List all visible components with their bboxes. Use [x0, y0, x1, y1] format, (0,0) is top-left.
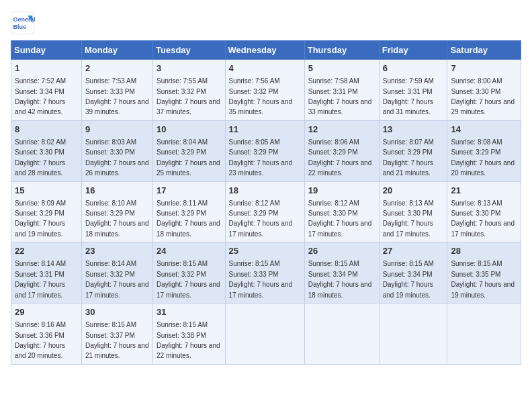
sunrise-info: Sunrise: 7:56 AM [229, 77, 280, 85]
sunrise-info: Sunrise: 8:09 AM [15, 199, 66, 207]
calendar-cell: 26Sunrise: 8:15 AMSunset: 3:34 PMDayligh… [304, 242, 379, 304]
sunrise-info: Sunrise: 8:15 AM [383, 260, 434, 267]
day-number: 9 [85, 124, 149, 136]
sunset-info: Sunset: 3:37 PM [85, 332, 135, 339]
sunset-info: Sunset: 3:32 PM [229, 88, 279, 95]
sunrise-info: Sunrise: 8:15 AM [85, 321, 136, 328]
sunrise-info: Sunrise: 8:00 AM [451, 77, 502, 85]
day-number: 18 [229, 185, 301, 197]
sunset-info: Sunset: 3:38 PM [157, 332, 206, 339]
sunrise-info: Sunrise: 8:04 AM [157, 138, 208, 146]
sunset-info: Sunset: 3:32 PM [85, 271, 135, 278]
sunrise-info: Sunrise: 8:12 AM [308, 199, 359, 207]
daylight-info: Daylight: 7 hours and 19 minutes. [15, 220, 65, 237]
sunrise-info: Sunrise: 8:13 AM [451, 199, 502, 207]
day-number: 13 [383, 124, 444, 136]
daylight-info: Daylight: 7 hours and 20 minutes. [451, 159, 515, 177]
daylight-info: Daylight: 7 hours and 17 minutes. [451, 220, 515, 237]
calendar-cell: 25Sunrise: 8:15 AMSunset: 3:33 PMDayligh… [225, 242, 304, 304]
calendar-week-row: 8Sunrise: 8:02 AMSunset: 3:30 PMDaylight… [11, 120, 521, 181]
calendar-cell: 23Sunrise: 8:14 AMSunset: 3:32 PMDayligh… [81, 242, 152, 304]
daylight-info: Daylight: 7 hours and 18 minutes. [157, 220, 220, 237]
sunrise-info: Sunrise: 8:07 AM [383, 138, 434, 146]
daylight-info: Daylight: 7 hours and 18 minutes. [308, 281, 372, 298]
day-number: 31 [157, 306, 221, 318]
sunset-info: Sunset: 3:30 PM [85, 148, 135, 156]
sunrise-info: Sunrise: 8:16 AM [15, 321, 66, 328]
calendar-cell: 17Sunrise: 8:11 AMSunset: 3:29 PMDayligh… [153, 181, 225, 242]
logo: General Blue [11, 11, 35, 35]
calendar-cell: 6Sunrise: 7:59 AMSunset: 3:31 PMDaylight… [379, 60, 447, 121]
day-number: 8 [15, 124, 78, 136]
daylight-info: Daylight: 7 hours and 22 minutes. [157, 342, 220, 359]
daylight-info: Daylight: 7 hours and 23 minutes. [229, 159, 293, 177]
day-number: 6 [383, 62, 444, 75]
calendar-table: SundayMondayTuesdayWednesdayThursdayFrid… [11, 40, 521, 365]
daylight-info: Daylight: 7 hours and 19 minutes. [383, 281, 433, 298]
calendar-cell: 1Sunrise: 7:52 AMSunset: 3:34 PMDaylight… [11, 60, 82, 121]
day-number: 29 [15, 306, 78, 318]
calendar-cell [304, 304, 379, 365]
calendar-cell: 8Sunrise: 8:02 AMSunset: 3:30 PMDaylight… [11, 120, 82, 181]
logo-icon: General Blue [11, 11, 35, 35]
daylight-info: Daylight: 7 hours and 35 minutes. [229, 98, 293, 116]
calendar-week-row: 29Sunrise: 8:16 AMSunset: 3:36 PMDayligh… [11, 304, 521, 365]
weekday-header: Saturday [447, 41, 521, 60]
calendar-cell: 10Sunrise: 8:04 AMSunset: 3:29 PMDayligh… [153, 120, 225, 181]
weekday-header: Monday [81, 41, 152, 60]
day-number: 16 [85, 185, 149, 197]
daylight-info: Daylight: 7 hours and 18 minutes. [85, 220, 149, 237]
calendar-cell: 5Sunrise: 7:58 AMSunset: 3:31 PMDaylight… [304, 60, 379, 121]
sunset-info: Sunset: 3:30 PM [15, 148, 64, 156]
sunrise-info: Sunrise: 7:59 AM [383, 77, 434, 85]
day-number: 10 [157, 124, 221, 136]
sunset-info: Sunset: 3:31 PM [15, 271, 64, 278]
calendar-cell: 13Sunrise: 8:07 AMSunset: 3:29 PMDayligh… [379, 120, 447, 181]
sunset-info: Sunset: 3:29 PM [308, 148, 358, 156]
day-number: 11 [229, 124, 301, 136]
daylight-info: Daylight: 7 hours and 21 minutes. [383, 159, 433, 177]
sunrise-info: Sunrise: 7:53 AM [85, 77, 136, 85]
sunset-info: Sunset: 3:29 PM [383, 148, 433, 156]
day-number: 7 [451, 62, 517, 75]
sunrise-info: Sunrise: 8:15 AM [308, 260, 359, 267]
day-number: 21 [451, 185, 517, 197]
day-number: 14 [451, 124, 517, 136]
weekday-header-row: SundayMondayTuesdayWednesdayThursdayFrid… [11, 41, 521, 60]
sunset-info: Sunset: 3:35 PM [451, 271, 500, 278]
sunset-info: Sunset: 3:30 PM [451, 210, 500, 217]
day-number: 15 [15, 185, 78, 197]
sunrise-info: Sunrise: 8:15 AM [157, 321, 208, 328]
calendar-cell: 27Sunrise: 8:15 AMSunset: 3:34 PMDayligh… [379, 242, 447, 304]
daylight-info: Daylight: 7 hours and 17 minutes. [85, 281, 149, 298]
calendar-cell: 18Sunrise: 8:12 AMSunset: 3:29 PMDayligh… [225, 181, 304, 242]
daylight-info: Daylight: 7 hours and 22 minutes. [308, 159, 372, 177]
daylight-info: Daylight: 7 hours and 20 minutes. [15, 342, 65, 359]
sunrise-info: Sunrise: 8:14 AM [15, 260, 66, 267]
daylight-info: Daylight: 7 hours and 29 minutes. [451, 98, 515, 116]
daylight-info: Daylight: 7 hours and 17 minutes. [157, 281, 220, 298]
sunset-info: Sunset: 3:30 PM [308, 210, 358, 217]
daylight-info: Daylight: 7 hours and 21 minutes. [85, 342, 149, 359]
sunset-info: Sunset: 3:31 PM [308, 88, 358, 95]
day-number: 17 [157, 185, 221, 197]
sunset-info: Sunset: 3:34 PM [383, 271, 433, 278]
sunrise-info: Sunrise: 8:05 AM [229, 138, 280, 146]
calendar-cell: 19Sunrise: 8:12 AMSunset: 3:30 PMDayligh… [304, 181, 379, 242]
calendar-week-row: 22Sunrise: 8:14 AMSunset: 3:31 PMDayligh… [11, 242, 521, 304]
weekday-header: Thursday [304, 41, 379, 60]
sunset-info: Sunset: 3:29 PM [229, 148, 279, 156]
calendar-cell: 15Sunrise: 8:09 AMSunset: 3:29 PMDayligh… [11, 181, 82, 242]
sunrise-info: Sunrise: 7:55 AM [157, 77, 208, 85]
daylight-info: Daylight: 7 hours and 17 minutes. [229, 220, 293, 237]
day-number: 25 [229, 245, 301, 257]
sunrise-info: Sunrise: 8:03 AM [85, 138, 136, 146]
sunrise-info: Sunrise: 8:15 AM [229, 260, 280, 267]
weekday-header: Wednesday [225, 41, 304, 60]
sunset-info: Sunset: 3:32 PM [157, 88, 206, 95]
calendar-cell [225, 304, 304, 365]
sunset-info: Sunset: 3:29 PM [85, 210, 135, 217]
sunset-info: Sunset: 3:29 PM [229, 210, 279, 217]
sunrise-info: Sunrise: 8:08 AM [451, 138, 502, 146]
weekday-header: Sunday [11, 41, 82, 60]
